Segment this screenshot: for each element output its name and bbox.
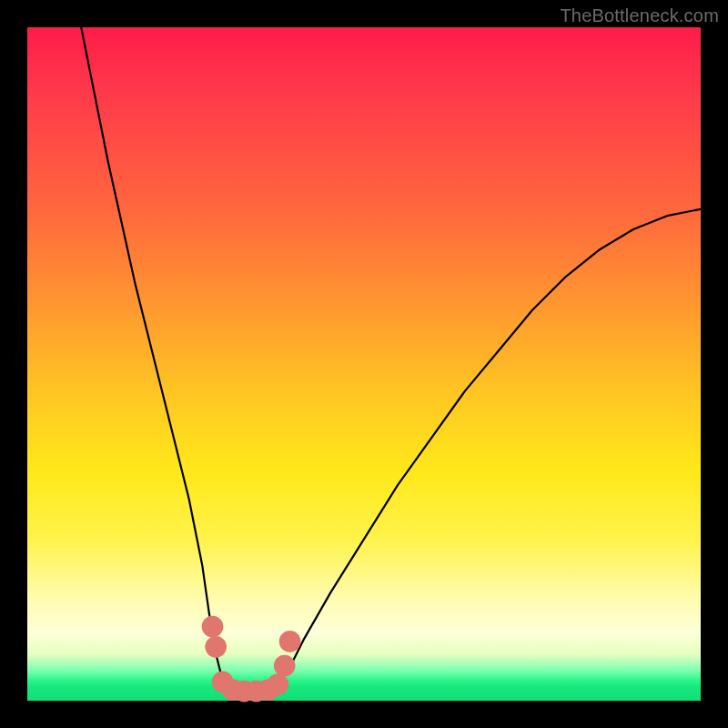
watermark-text: TheBottleneck.com	[560, 5, 719, 26]
marker-dot	[267, 673, 288, 695]
chart-frame: TheBottleneck.com	[0, 0, 728, 728]
marker-dot	[279, 631, 301, 652]
marker-dot	[202, 616, 224, 638]
bottleneck-curve	[81, 27, 701, 694]
marker-dot	[205, 636, 227, 658]
chart-svg	[27, 27, 701, 701]
marker-dot	[274, 655, 296, 677]
